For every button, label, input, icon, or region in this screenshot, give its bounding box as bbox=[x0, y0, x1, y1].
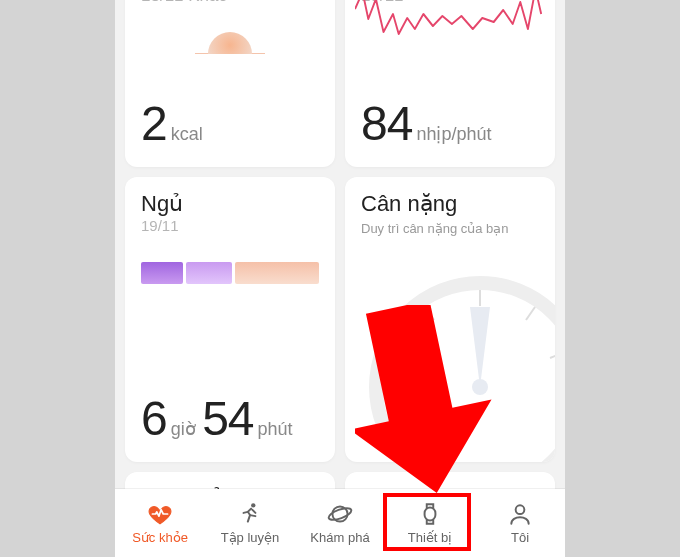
sleep-bars bbox=[141, 262, 319, 284]
svg-rect-12 bbox=[425, 508, 436, 521]
heart-rate-metric: 84nhịp/phút bbox=[361, 96, 491, 151]
card-weight[interactable]: Cân nặng Duy trì cân nặng của bạn bbox=[345, 177, 555, 462]
nav-health[interactable]: Sức khỏe bbox=[115, 489, 205, 557]
sleep-metric: 6giờ 54phút bbox=[141, 391, 293, 446]
card-calories[interactable]: 18/11 Khác 2kcal bbox=[125, 0, 335, 167]
card-title: Cân nặng bbox=[361, 191, 539, 217]
svg-line-5 bbox=[526, 307, 535, 320]
nav-device[interactable]: Thiết bị bbox=[385, 489, 475, 557]
svg-point-8 bbox=[472, 379, 488, 395]
sleep-mins: 54 bbox=[202, 392, 253, 445]
runner-icon bbox=[237, 501, 263, 527]
health-dashboard: 18/11 Khác 2kcal bbox=[115, 0, 565, 505]
card-subtitle: Duy trì cân nặng của bạn bbox=[361, 221, 539, 236]
person-icon bbox=[507, 501, 533, 527]
planet-icon bbox=[327, 501, 353, 527]
sleep-hours-unit: giờ bbox=[171, 419, 196, 439]
sleep-mins-unit: phút bbox=[258, 419, 293, 439]
card-sleep[interactable]: Ngủ 19/11 6giờ 54phút bbox=[125, 177, 335, 462]
watch-icon bbox=[417, 501, 443, 527]
bottom-nav: Sức khỏe Tập luyện Khám phá Thiết bị Tôi bbox=[115, 489, 565, 557]
nav-exercise[interactable]: Tập luyện bbox=[205, 489, 295, 557]
phone-frame: 18/11 Khác 2kcal bbox=[115, 0, 565, 557]
svg-line-6 bbox=[395, 352, 410, 358]
sleep-hours: 6 bbox=[141, 392, 167, 445]
nav-me[interactable]: Tôi bbox=[475, 489, 565, 557]
heart-rate-value: 84 bbox=[361, 97, 412, 150]
sunrise-icon bbox=[185, 2, 275, 66]
heart-rate-chart bbox=[355, 0, 545, 59]
nav-label: Thiết bị bbox=[408, 530, 453, 545]
heart-icon bbox=[147, 501, 173, 527]
nav-label: Khám phá bbox=[310, 530, 369, 545]
calories-value: 2 bbox=[141, 97, 167, 150]
nav-label: Tôi bbox=[511, 530, 529, 545]
calories-unit: kcal bbox=[171, 124, 203, 144]
card-heart-rate[interactable]: 19/11 84nhịp/phút bbox=[345, 0, 555, 167]
svg-point-9 bbox=[251, 503, 255, 507]
svg-rect-1 bbox=[185, 54, 275, 66]
calories-metric: 2kcal bbox=[141, 96, 203, 151]
nav-label: Tập luyện bbox=[221, 530, 280, 545]
card-title: Ngủ bbox=[141, 191, 319, 217]
svg-line-7 bbox=[550, 352, 555, 358]
nav-label: Sức khỏe bbox=[132, 530, 188, 545]
svg-line-4 bbox=[425, 307, 434, 320]
weight-dial-icon bbox=[365, 272, 555, 462]
svg-point-13 bbox=[516, 505, 525, 514]
heart-rate-unit: nhịp/phút bbox=[416, 124, 491, 144]
svg-point-11 bbox=[327, 506, 352, 522]
card-date: 19/11 bbox=[141, 217, 319, 234]
svg-point-2 bbox=[376, 283, 555, 462]
nav-discover[interactable]: Khám phá bbox=[295, 489, 385, 557]
